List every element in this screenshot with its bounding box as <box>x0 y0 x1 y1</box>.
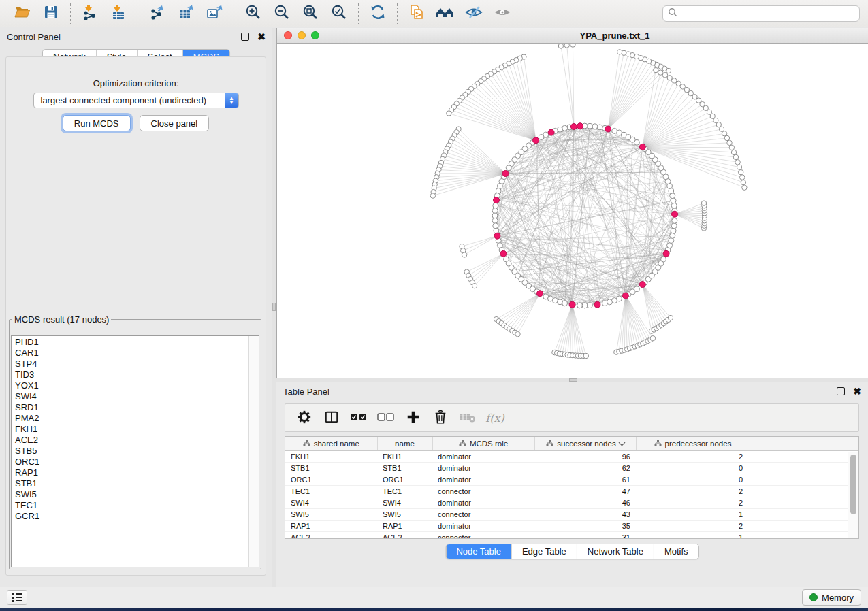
select-all-button[interactable] <box>347 406 371 429</box>
import-table-button[interactable] <box>105 2 132 25</box>
memory-status-icon <box>809 593 818 601</box>
show-panels-button[interactable] <box>7 590 27 605</box>
refresh-icon <box>369 3 387 23</box>
mcds-result-item[interactable]: ACE2 <box>15 435 249 446</box>
export-image-icon <box>206 4 223 22</box>
mcds-result-item[interactable]: STB1 <box>15 478 249 489</box>
zoom-in-button[interactable] <box>240 2 267 25</box>
table-tab-edge-table[interactable]: Edge Table <box>511 544 577 559</box>
network-graph[interactable] <box>277 44 868 378</box>
mcds-result-item[interactable]: RAP1 <box>15 467 249 478</box>
float-panel-icon[interactable] <box>241 33 249 41</box>
table-row[interactable]: RAP1RAP1dominator352 <box>285 521 858 532</box>
float-table-panel-icon[interactable] <box>837 387 845 395</box>
deselect-all-button[interactable] <box>374 406 398 429</box>
duplicate-network-button[interactable] <box>403 2 430 25</box>
sort-descending-icon <box>618 440 625 446</box>
mcds-result-item[interactable]: YOX1 <box>15 380 249 391</box>
table-row[interactable]: STB1STB1dominator620 <box>285 463 858 474</box>
refresh-button[interactable] <box>364 2 391 25</box>
mcds-result-item[interactable]: SWI4 <box>15 391 249 402</box>
table-panel-titlebar: Table Panel ✖ <box>276 382 868 400</box>
table-scrollbar-thumb[interactable] <box>850 455 856 514</box>
status-bar: Memory <box>0 587 868 608</box>
export-table-button[interactable] <box>172 2 199 25</box>
table-row[interactable]: SWI5SWI5connector431 <box>285 509 858 521</box>
criterion-select-value: largest connected component (undirected) <box>34 95 225 105</box>
window-maximize-button[interactable] <box>311 31 319 39</box>
mcds-result-item[interactable]: PMA2 <box>15 413 249 424</box>
table-settings-button[interactable] <box>292 406 317 429</box>
mcds-result-item[interactable]: ORC1 <box>15 457 249 467</box>
window-minimize-button[interactable] <box>298 31 306 39</box>
first-neighbors-icon <box>435 4 455 22</box>
table-scrollbar[interactable] <box>848 452 858 538</box>
window-close-button[interactable] <box>284 31 292 39</box>
hide-selected-button[interactable] <box>460 2 487 25</box>
run-mcds-button[interactable]: Run MCDS <box>63 115 131 131</box>
export-network-button[interactable] <box>144 2 171 25</box>
table-row[interactable]: SWI4SWI4dominator462 <box>285 497 858 509</box>
table-row[interactable]: ACE2ACE2connector311 <box>285 532 858 540</box>
save-session-button[interactable] <box>37 2 65 25</box>
mcds-result-item[interactable]: SRD1 <box>15 402 249 413</box>
table-row[interactable]: FKH1FKH1dominator962 <box>285 451 858 463</box>
show-all-button[interactable] <box>489 2 516 25</box>
export-network-icon <box>149 4 165 22</box>
import-table-icon <box>110 4 127 22</box>
close-table-panel-icon[interactable]: ✖ <box>853 386 861 396</box>
mcds-list-scrollbar[interactable] <box>248 336 259 567</box>
duplicate-network-icon <box>408 3 425 23</box>
splitter-grip[interactable] <box>272 303 276 311</box>
delete-columns-button[interactable] <box>428 406 453 429</box>
table-row[interactable]: TEC1TEC1connector472 <box>285 486 858 497</box>
checked-boxes-icon <box>350 411 368 425</box>
plus-icon <box>406 410 421 427</box>
table-tab-network-table[interactable]: Network Table <box>577 544 654 559</box>
close-panel-button[interactable]: Close panel <box>140 115 210 131</box>
memory-button[interactable]: Memory <box>802 589 861 606</box>
mcds-result-item[interactable]: GCR1 <box>15 511 249 522</box>
zoom-fit-button[interactable] <box>297 2 324 25</box>
mcds-result-item[interactable]: STB5 <box>15 446 249 457</box>
network-window: YPA_prune.txt_1 <box>276 28 868 378</box>
column-header-shared-name[interactable]: shared name <box>285 437 377 451</box>
export-image-button[interactable] <box>201 2 228 25</box>
mcds-result-item[interactable]: STP4 <box>15 359 249 369</box>
zoom-out-button[interactable] <box>268 2 295 25</box>
mcds-result-item[interactable]: TID3 <box>15 369 249 380</box>
mcds-result-title: MCDS result (17 nodes) <box>12 314 111 325</box>
show-column-button[interactable] <box>319 406 344 429</box>
column-header-predecessor-nodes[interactable]: predecessor nodes <box>636 437 750 451</box>
mcds-result-item[interactable]: TEC1 <box>15 500 249 511</box>
delete-table-button[interactable] <box>455 406 480 429</box>
mcds-result-item[interactable]: CAR1 <box>15 348 249 359</box>
network-view[interactable] <box>277 44 868 378</box>
column-header-successor-nodes[interactable]: successor nodes <box>534 437 636 451</box>
mcds-result-item[interactable]: FKH1 <box>15 424 249 435</box>
table-tab-motifs[interactable]: Motifs <box>654 544 698 559</box>
import-network-button[interactable] <box>76 2 103 25</box>
control-panel-title: Control Panel <box>7 32 61 42</box>
function-builder-button[interactable]: f(x) <box>483 406 507 429</box>
zoom-selected-button[interactable] <box>325 2 353 25</box>
close-panel-icon[interactable]: ✖ <box>257 32 266 42</box>
table-tab-node-table[interactable]: Node Table <box>446 544 511 559</box>
mcds-result-list[interactable]: PHD1CAR1STP4TID3YOX1SWI4SRD1PMA2FKH1ACE2… <box>12 336 249 567</box>
search-input[interactable] <box>681 8 854 19</box>
create-column-button[interactable] <box>401 406 425 429</box>
zoom-in-icon <box>244 3 262 23</box>
toolbar-separator <box>234 3 234 24</box>
criterion-select[interactable]: largest connected component (undirected)… <box>33 93 239 108</box>
mcds-result-item[interactable]: PHD1 <box>15 337 249 348</box>
toolbar-separator <box>358 3 359 24</box>
first-neighbors-button[interactable] <box>432 2 459 25</box>
column-header-MCDS-role[interactable]: MCDS role <box>432 437 534 451</box>
columns-icon <box>324 410 339 427</box>
node-table: shared namenameMCDS rolesuccessor nodesp… <box>285 436 859 539</box>
splitter-grip[interactable] <box>569 378 577 382</box>
table-row[interactable]: ORC1ORC1dominator610 <box>285 474 858 486</box>
column-header-name[interactable]: name <box>377 437 432 451</box>
mcds-result-item[interactable]: SWI5 <box>15 489 249 500</box>
open-session-button[interactable] <box>9 2 36 25</box>
